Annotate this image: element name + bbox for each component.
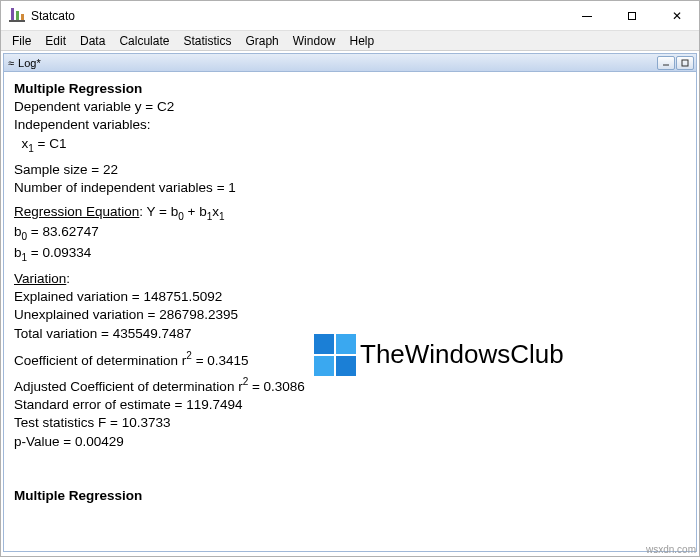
subwindow-maximize-button[interactable]: [676, 56, 694, 70]
heading-multiple-regression-2: Multiple Regression: [14, 488, 142, 503]
total-variation-line: Total variation = 435549.7487: [14, 325, 686, 343]
subwindow-minimize-button[interactable]: [657, 56, 675, 70]
log-content[interactable]: Multiple Regression Dependent variable y…: [4, 72, 696, 551]
svg-rect-3: [9, 20, 25, 22]
p-value-line: p-Value = 0.00429: [14, 433, 686, 451]
menu-window[interactable]: Window: [286, 32, 343, 50]
maximize-button[interactable]: [609, 1, 654, 31]
menu-statistics[interactable]: Statistics: [176, 32, 238, 50]
title-bar: Statcato ✕: [1, 1, 699, 31]
independent-variables-label: Independent variables:: [14, 116, 686, 134]
b0-line: b0 = 83.62747: [14, 223, 686, 243]
x1-equation: x1 = C1: [14, 135, 686, 155]
window-controls: ✕: [564, 1, 699, 30]
close-button[interactable]: ✕: [654, 1, 699, 31]
regression-equation-line: Regression Equation: Y = b0 + b1x1: [14, 203, 686, 223]
adj-coef-determination-line: Adjusted Coefficient of determination r2…: [14, 375, 686, 396]
svg-rect-5: [682, 60, 688, 66]
app-title: Statcato: [31, 9, 75, 23]
subwindow-controls: [657, 56, 694, 70]
menu-edit[interactable]: Edit: [38, 32, 73, 50]
svg-rect-1: [16, 11, 19, 20]
source-attribution: wsxdn.com: [646, 544, 696, 555]
dependent-variable-line: Dependent variable y = C2: [14, 98, 686, 116]
svg-rect-0: [11, 8, 14, 20]
variation-label: Variation:: [14, 270, 686, 288]
minimize-button[interactable]: [564, 1, 609, 31]
app-icon: [9, 8, 25, 24]
num-indep-vars-line: Number of independent variables = 1: [14, 179, 686, 197]
unexplained-variation-line: Unexplained variation = 286798.2395: [14, 306, 686, 324]
sample-size-line: Sample size = 22: [14, 161, 686, 179]
svg-rect-2: [21, 14, 24, 20]
test-statistic-line: Test statistics F = 10.3733: [14, 414, 686, 432]
log-subwindow: ≈ Log* Multiple Regression Dependent var…: [3, 53, 697, 552]
subwindow-titlebar[interactable]: ≈ Log*: [4, 54, 696, 72]
heading-multiple-regression: Multiple Regression: [14, 81, 142, 96]
menu-bar: File Edit Data Calculate Statistics Grap…: [1, 31, 699, 51]
menu-data[interactable]: Data: [73, 32, 112, 50]
coef-determination-line: Coefficient of determination r2 = 0.3415: [14, 349, 686, 370]
menu-help[interactable]: Help: [342, 32, 381, 50]
menu-file[interactable]: File: [5, 32, 38, 50]
std-error-line: Standard error of estimate = 119.7494: [14, 396, 686, 414]
explained-variation-line: Explained variation = 148751.5092: [14, 288, 686, 306]
menu-graph[interactable]: Graph: [238, 32, 285, 50]
title-bar-left: Statcato: [1, 8, 75, 24]
b1-line: b1 = 0.09334: [14, 244, 686, 264]
subwindow-title-text: Log*: [18, 57, 41, 69]
menu-calculate[interactable]: Calculate: [112, 32, 176, 50]
subwindow-icon: ≈: [8, 57, 14, 69]
